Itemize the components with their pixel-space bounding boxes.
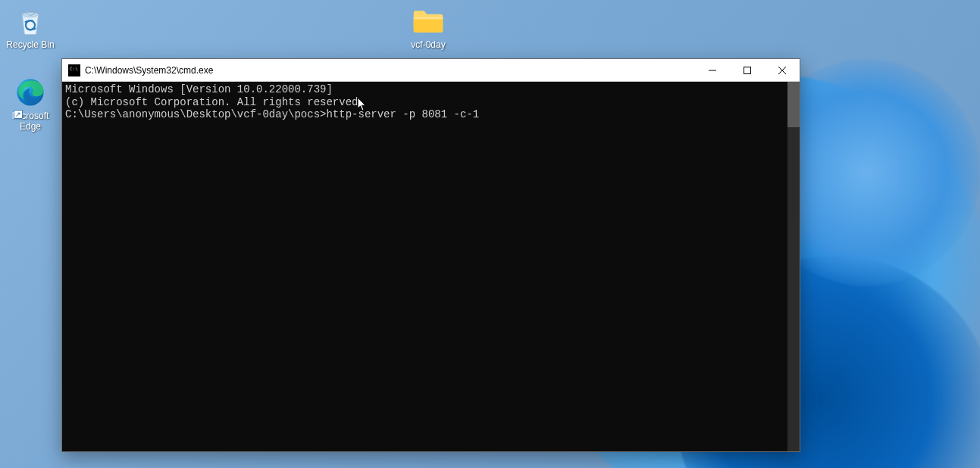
recycle-bin-icon[interactable]: Recycle Bin [2,5,59,51]
maximize-button[interactable] [730,59,765,81]
terminal-line: (c) Microsoft Corporation. All rights re… [65,96,797,109]
shortcut-arrow-icon: ↗ [14,110,23,119]
svg-rect-3 [744,67,751,73]
terminal-area[interactable]: Microsoft Windows [Version 10.0.22000.73… [62,82,800,451]
svg-point-0 [23,13,39,17]
terminal-line: Microsoft Windows [Version 10.0.22000.73… [65,83,797,96]
command-input[interactable]: http-server -p 8081 -c-1 [326,108,479,120]
microsoft-edge-icon[interactable]: ↗ Microsoft Edge [2,76,59,133]
edge-browser-icon [14,76,47,109]
recycle-bin-label: Recycle Bin [6,40,54,51]
titlebar[interactable]: C:\Windows\System32\cmd.exe [62,59,800,82]
folder-icon [412,5,445,38]
minimize-button[interactable] [695,59,730,81]
vertical-scrollbar[interactable] [787,82,800,451]
close-button[interactable] [765,59,800,81]
window-title: C:\Windows\System32\cmd.exe [85,65,695,76]
cmd-window[interactable]: C:\Windows\System32\cmd.exe Microsoft Wi… [61,58,800,452]
cmd-app-icon [68,64,80,76]
folder-vcf-0day[interactable]: vcf-0day [399,5,457,51]
folder-label: vcf-0day [411,40,445,51]
terminal-prompt-line: C:\Users\anonymous\Desktop\vcf-0day\pocs… [65,108,797,121]
scrollbar-thumb[interactable] [787,82,800,127]
trash-icon [14,5,47,38]
prompt-path: C:\Users\anonymous\Desktop\vcf-0day\pocs… [65,108,326,120]
